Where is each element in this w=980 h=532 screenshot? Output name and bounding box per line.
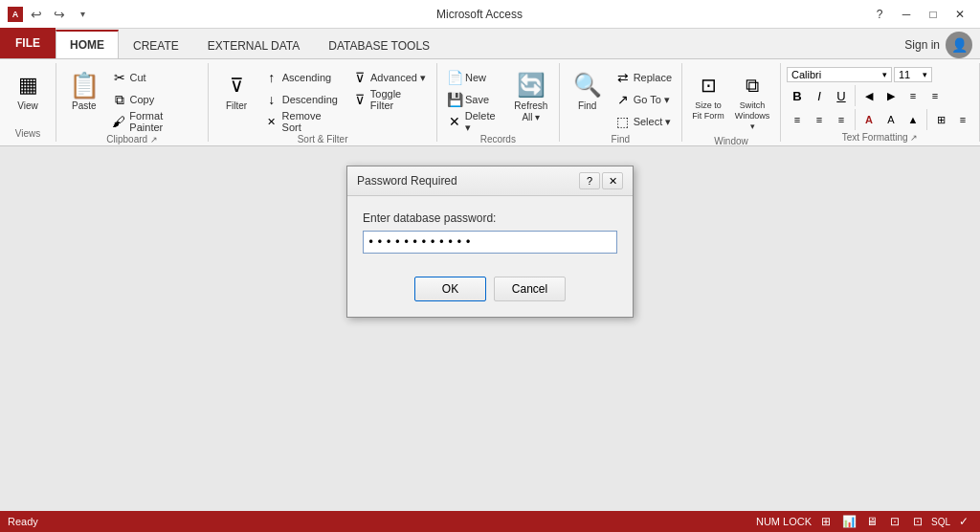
delete-icon: ✕ <box>447 114 462 129</box>
numbering-button[interactable]: ≡ <box>902 85 924 106</box>
find-label: Find <box>578 100 596 112</box>
tab-home[interactable]: HOME <box>56 30 119 58</box>
toggle-filter-button[interactable]: ⊽ Toggle Filter <box>348 89 431 110</box>
new-button[interactable]: 📄 New <box>443 67 507 88</box>
font-color-button[interactable]: A <box>858 109 880 130</box>
bullets-button[interactable]: ≡ <box>924 85 946 106</box>
clipboard-small-buttons: ✂ Cut ⧉ Copy 🖌 Format Painter <box>108 67 203 132</box>
copy-label: Copy <box>130 94 155 105</box>
descending-button[interactable]: ↓ Descending <box>260 89 346 110</box>
new-label: New <box>465 72 486 83</box>
dialog-close-button[interactable]: ✕ <box>602 172 623 189</box>
italic-button[interactable]: I <box>809 85 830 106</box>
separator2 <box>855 109 856 130</box>
cancel-button[interactable]: Cancel <box>494 277 566 301</box>
bold-button[interactable]: B <box>787 85 808 106</box>
signin-link[interactable]: Sign in <box>904 38 940 52</box>
ascending-button[interactable]: ↑ Ascending <box>260 67 346 88</box>
find-button[interactable]: 🔍 Find <box>566 67 610 115</box>
redo-button[interactable]: ↪ <box>50 5 69 24</box>
help-button[interactable]: ? <box>867 5 892 24</box>
save-icon: 💾 <box>447 92 462 107</box>
copy-button[interactable]: ⧉ Copy <box>108 89 203 110</box>
switch-windows-button[interactable]: ⧉ SwitchWindows ▾ <box>730 67 774 134</box>
refresh-button[interactable]: 🔄 RefreshAll ▾ <box>509 67 553 126</box>
dialog-body: Enter database password: <box>347 196 633 269</box>
paste-label: Paste <box>72 100 97 112</box>
alt-row-button[interactable]: ≡ <box>952 109 973 130</box>
views-group: ▦ View Views <box>0 63 56 142</box>
font-size: 11 <box>899 69 923 80</box>
view-button[interactable]: ▦ View <box>6 67 50 115</box>
replace-button[interactable]: ⇄ Replace <box>612 67 676 88</box>
goto-label: Go To ▾ <box>634 94 670 106</box>
status-icon-5[interactable]: ⊡ <box>909 513 926 530</box>
status-icon-1[interactable]: ⊞ <box>817 513 835 530</box>
find-group: 🔍 Find ⇄ Replace ↗ Go To ▾ ⬚ Select ▾ <box>560 63 682 142</box>
quick-access-dropdown[interactable]: ▾ <box>73 5 92 24</box>
status-icon-7[interactable]: ✓ <box>955 513 972 530</box>
font-selector[interactable]: Calibri ▾ <box>787 67 892 82</box>
records-group-label: Records <box>443 132 553 146</box>
tab-file[interactable]: FILE <box>0 28 56 58</box>
ribbon-content: ▦ View Views 📋 Paste ✂ Cut ⧉ <box>0 59 980 145</box>
text-formatting-group: Calibri ▾ 11 ▾ B I U ◀ ▶ ≡ <box>781 63 980 142</box>
password-dialog: Password Required ? ✕ Enter database pas… <box>346 166 634 318</box>
highlight-button[interactable]: A <box>880 109 902 130</box>
size-to-fit-icon: ⊡ <box>693 70 724 100</box>
remove-sort-icon: ✕ <box>264 116 279 128</box>
text-formatting-group-label: Text Formatting ↗ <box>787 130 973 144</box>
ascending-label: Ascending <box>282 72 331 83</box>
remove-sort-label: Remove Sort <box>282 110 343 133</box>
font-row: Calibri ▾ 11 ▾ <box>787 67 973 82</box>
shading-button[interactable]: ▲ <box>902 109 924 130</box>
replace-icon: ⇄ <box>615 70 631 85</box>
select-label: Select ▾ <box>634 116 672 128</box>
gridlines-button[interactable]: ⊞ <box>930 109 951 130</box>
paste-button[interactable]: 📋 Paste <box>62 67 106 115</box>
save-button[interactable]: 💾 Save <box>443 89 507 110</box>
password-input[interactable] <box>363 231 617 254</box>
advanced-button[interactable]: ⊽ Advanced ▾ <box>348 67 431 88</box>
underline-button[interactable]: U <box>831 85 852 106</box>
sort-filter-group: ⊽ Filter ↑ Ascending ↓ Descending ✕ Remo… <box>209 63 437 142</box>
format-painter-label: Format Painter <box>129 110 198 133</box>
close-button[interactable]: ✕ <box>947 5 972 24</box>
status-icon-2[interactable]: 📊 <box>840 513 858 530</box>
tab-database-tools[interactable]: DATABASE TOOLS <box>314 32 444 58</box>
user-avatar[interactable]: 👤 <box>946 32 972 58</box>
align-right-button[interactable]: ≡ <box>831 109 852 130</box>
switch-windows-label: SwitchWindows ▾ <box>733 100 771 131</box>
font-dropdown-icon: ▾ <box>882 70 887 79</box>
select-button[interactable]: ⬚ Select ▾ <box>612 111 676 132</box>
replace-label: Replace <box>634 72 672 83</box>
maximize-button[interactable]: □ <box>921 5 946 24</box>
font-size-selector[interactable]: 11 ▾ <box>894 67 932 82</box>
indent-left-button[interactable]: ◀ <box>858 85 880 106</box>
cut-icon: ✂ <box>112 70 127 85</box>
format-painter-button[interactable]: 🖌 Format Painter <box>108 111 203 132</box>
cut-button[interactable]: ✂ Cut <box>108 67 203 88</box>
indent-right-button[interactable]: ▶ <box>880 85 902 106</box>
dialog-help-button[interactable]: ? <box>579 172 600 189</box>
status-icon-4[interactable]: ⊡ <box>886 513 903 530</box>
tab-external-data[interactable]: EXTERNAL DATA <box>193 32 314 58</box>
delete-button[interactable]: ✕ Delete ▾ <box>443 111 507 132</box>
align-center-button[interactable]: ≡ <box>809 109 830 130</box>
dialog-label: Enter database password: <box>363 211 617 225</box>
undo-button[interactable]: ↩ <box>27 5 46 24</box>
title-bar: A ↩ ↪ ▾ Microsoft Access ? ─ □ ✕ <box>0 0 980 29</box>
view-icon: ▦ <box>12 70 43 100</box>
advanced-icon: ⊽ <box>352 70 368 85</box>
minimize-button[interactable]: ─ <box>894 5 919 24</box>
status-icon-sql[interactable]: SQL <box>932 513 949 530</box>
filter-button[interactable]: ⊽ Filter <box>214 67 258 115</box>
align-left-button[interactable]: ≡ <box>787 109 808 130</box>
remove-sort-button[interactable]: ✕ Remove Sort <box>260 111 346 132</box>
status-icon-3[interactable]: 🖥 <box>863 513 880 530</box>
find-group-inner: 🔍 Find ⇄ Replace ↗ Go To ▾ ⬚ Select ▾ <box>566 63 676 132</box>
size-to-fit-button[interactable]: ⊡ Size toFit Form <box>688 67 728 124</box>
ok-button[interactable]: OK <box>414 277 486 301</box>
goto-button[interactable]: ↗ Go To ▾ <box>612 89 676 110</box>
tab-create[interactable]: CREATE <box>119 32 193 58</box>
